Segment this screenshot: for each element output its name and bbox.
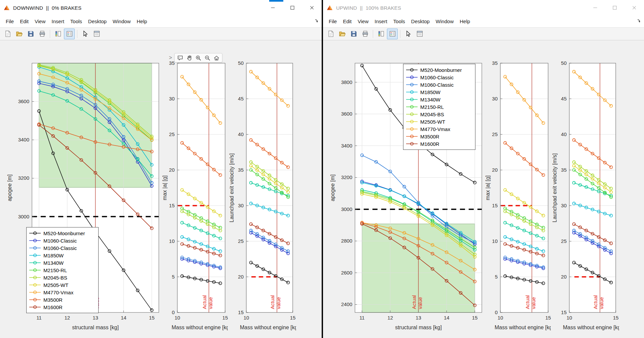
menu-insert[interactable]: Insert [48, 17, 67, 25]
svg-text:3400: 3400 [18, 137, 29, 142]
legend-line-sample [406, 75, 418, 80]
menu-window[interactable]: Window [433, 17, 457, 25]
menu-file[interactable]: File [3, 17, 17, 25]
print-icon[interactable] [360, 29, 370, 39]
menu-window[interactable]: Window [110, 17, 134, 25]
svg-text:3600: 3600 [18, 98, 29, 104]
minimize-button[interactable] [263, 0, 283, 15]
legend-item[interactable]: M2150-RL [29, 266, 95, 274]
legend-item[interactable]: M4770-Vmax [406, 125, 472, 133]
legend-item[interactable]: M520-Moonburner [29, 229, 95, 237]
legend-item[interactable]: M2045-BS [406, 111, 472, 118]
menu-file[interactable]: File [326, 17, 340, 25]
svg-text:15: 15 [492, 203, 498, 208]
svg-text:45: 45 [561, 96, 567, 101]
legend-item[interactable]: M1340W [406, 96, 472, 103]
matlab-icon [3, 4, 10, 11]
legend-item[interactable]: M1060-Classic [406, 81, 472, 88]
figure-area: 11121314153000320034003600structural mas… [0, 40, 322, 338]
legend-item[interactable]: M1600R [29, 303, 95, 311]
new-figure-icon[interactable] [325, 29, 336, 39]
menu-desktop[interactable]: Desktop [408, 17, 433, 25]
zoom-in-icon[interactable] [194, 54, 203, 61]
plot-legend[interactable]: M520-MoonburnerM1060-ClassicM1060-Classi… [26, 227, 99, 313]
svg-text:20: 20 [561, 274, 567, 280]
open-icon[interactable] [14, 29, 25, 39]
svg-text:15: 15 [290, 315, 296, 321]
svg-text:3800: 3800 [341, 79, 352, 85]
property-inspector-icon[interactable] [91, 29, 102, 39]
print-icon[interactable] [37, 29, 47, 39]
close-button[interactable] [624, 0, 644, 15]
insert-legend-icon[interactable] [64, 29, 75, 39]
legend-item[interactable]: M3500R [29, 296, 95, 303]
legend-item[interactable]: M1340W [29, 259, 95, 266]
minimize-button[interactable] [585, 0, 605, 15]
legend-item[interactable]: M2505-WT [406, 118, 472, 125]
toolbar-separator [373, 30, 373, 38]
maximize-button[interactable] [283, 0, 302, 15]
max-accel-chart[interactable]: 101505101520253035Mass without engine [k… [485, 59, 551, 335]
menu-desktop[interactable]: Desktop [85, 17, 110, 25]
legend-line-sample [406, 134, 418, 139]
legend-item[interactable]: M3500R [406, 133, 472, 140]
svg-text:Mass without engine [kg]: Mass without engine [kg] [495, 325, 551, 330]
dock-arrow-icon[interactable] [314, 18, 319, 25]
maximize-button[interactable] [605, 0, 624, 15]
menu-help[interactable]: Help [134, 17, 150, 25]
dock-arrow-icon[interactable] [637, 18, 642, 25]
legend-label: M3500R [420, 134, 439, 139]
insert-legend-icon[interactable] [387, 29, 398, 39]
figure-area: 1112131415240026002800300032003400360038… [323, 40, 644, 338]
datatip-icon[interactable] [176, 54, 184, 61]
property-inspector-icon[interactable] [414, 29, 425, 39]
legend-line-sample [406, 68, 418, 72]
legend-label: M1600R [43, 304, 63, 310]
titlebar[interactable]: DOWNWIND || 0% BRAKES [0, 0, 322, 15]
legend-item[interactable]: M1060-Classic [29, 244, 95, 252]
insert-colorbar-icon[interactable] [52, 29, 63, 39]
svg-text:20: 20 [238, 274, 244, 280]
legend-item[interactable]: M2045-BS [29, 274, 95, 281]
svg-text:Launchpad exit velocity [m/s]: Launchpad exit velocity [m/s] [552, 153, 558, 222]
close-button[interactable] [302, 0, 322, 15]
exit-velocity-chart[interactable]: 10151520253035404550Mass without engine … [552, 59, 619, 335]
toolbar-separator [77, 30, 77, 38]
save-icon[interactable] [348, 29, 359, 39]
zoom-out-icon[interactable] [203, 54, 212, 61]
axes-toolbar-expand-icon[interactable]: > [169, 55, 172, 60]
legend-item[interactable]: M2150-RL [406, 103, 472, 111]
save-icon[interactable] [25, 29, 36, 39]
legend-item[interactable]: M520-Moonburner [406, 66, 472, 74]
svg-text:structural mass [kg]: structural mass [kg] [72, 325, 119, 330]
menu-edit[interactable]: Edit [340, 17, 355, 25]
svg-text:Mass without engine [kg]: Mass without engine [kg] [172, 325, 228, 330]
menu-tools[interactable]: Tools [390, 17, 408, 25]
edit-plot-icon[interactable] [80, 29, 91, 39]
legend-item[interactable]: M1850W [29, 252, 95, 259]
legend-item[interactable]: M2505-WT [29, 281, 95, 289]
menu-tools[interactable]: Tools [67, 17, 85, 25]
legend-item[interactable]: M1060-Classic [406, 74, 472, 81]
insert-colorbar-icon[interactable] [375, 29, 386, 39]
titlebar[interactable]: UPWIND || 100% BRAKES [323, 0, 644, 15]
menu-view[interactable]: View [355, 17, 371, 25]
legend-item[interactable]: M1850W [406, 88, 472, 96]
max-accel-chart[interactable]: 101505101520253035Mass without engine [k… [162, 59, 228, 335]
pan-icon[interactable] [185, 54, 193, 61]
menu-help[interactable]: Help [457, 17, 473, 25]
legend-item[interactable]: M4770-Vmax [29, 289, 95, 296]
legend-item[interactable]: M1600R [406, 140, 472, 147]
legend-item[interactable]: M1060-Classic [29, 237, 95, 244]
svg-text:13: 13 [416, 315, 421, 321]
plot-legend[interactable]: M520-MoonburnerM1060-ClassicM1060-Classi… [403, 64, 475, 150]
menu-insert[interactable]: Insert [371, 17, 390, 25]
restore-view-icon[interactable] [212, 54, 221, 61]
menu-edit[interactable]: Edit [17, 17, 32, 25]
new-figure-icon[interactable] [2, 29, 13, 39]
edit-plot-icon[interactable] [403, 29, 414, 39]
legend-line-sample [406, 112, 418, 117]
exit-velocity-chart[interactable]: 10151520253035404550Mass without engine … [229, 59, 296, 335]
menu-view[interactable]: View [32, 17, 48, 25]
open-icon[interactable] [337, 29, 348, 39]
